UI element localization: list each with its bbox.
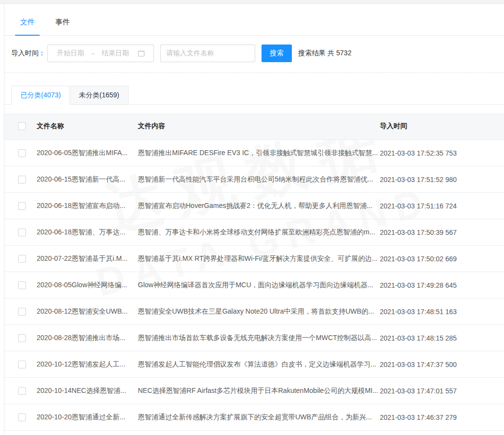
file-name-cell: 2020-06-15恩智浦新一代高... [37,175,138,184]
file-name-cell: 2020-06-18恩智浦、万事达... [37,228,138,237]
file-name-cell: 2020-08-05Glow神经网络编... [37,281,138,290]
file-name-cell: 2020-10-20恩智浦通过全新... [37,413,138,422]
main-tabbar: 文件 事件 [4,4,504,36]
date-end-placeholder: 结束日期 [102,49,129,58]
import-time-cell: 2021-03-03 17:52:35 753 [380,149,504,157]
file-name-placeholder: 请输入文件名称 [166,49,214,58]
row-checkbox[interactable] [18,229,26,236]
table-row[interactable]: 2020-08-28恩智浦推出市场... 恩智浦推出市场首款车载多设备无线充电解… [4,325,504,351]
row-checkbox[interactable] [18,361,26,368]
file-name-input[interactable]: 请输入文件名称 [160,45,255,62]
row-checkbox[interactable] [18,413,26,421]
table-row[interactable]: 2020-08-12恩智浦安全UWB... 恩智浦安全UWB技术在三星Galax… [4,298,504,325]
import-time-cell: 2021-03-03 17:46:37 279 [380,413,504,421]
import-time-cell: 2021-03-03 17:48:51 163 [380,308,504,316]
table-row[interactable]: 2020-06-18恩智浦宣布启动... 恩智浦宣布启动HoverGames挑战… [4,193,504,219]
import-time-cell: 2021-03-03 17:47:01 557 [380,387,504,395]
file-content-cell: 恩智浦宣布启动HoverGames挑战赛2：优化无人机，帮助更多人利用恩智浦..… [138,202,380,210]
file-content-cell: 恩智浦、万事达卡和小米将全球移动支付网络扩展至欧洲精彩亮点恩智浦的m... [138,228,380,237]
file-content-cell: 恩智浦推出MIFARE DESFire EV3 IC，引领非接触式智慧城引领非接… [138,149,380,158]
table-row[interactable]: 2020-10-20恩智浦通过全新... 恩智浦通过全新传感解决方案扩展旗下的安… [4,404,504,431]
tab-classified[interactable]: 已分类(4073) [11,86,70,105]
tab-unclassified[interactable]: 未分类(1659) [70,86,128,105]
dashed-divider [4,72,504,73]
file-name-cell: 2020-06-18恩智浦宣布启动... [37,202,138,210]
file-content-cell: Glow神经网络编译器首次应用于MCU，面向边缘端机器学习面向边缘端机器... [138,281,380,290]
row-checkbox[interactable] [18,176,26,183]
import-time-cell: 2021-03-03 17:49:28 645 [380,281,504,289]
row-checkbox[interactable] [18,334,26,342]
import-time-label: 导入时间： [11,49,45,58]
row-checkbox[interactable] [18,255,26,263]
row-checkbox[interactable] [18,387,26,395]
header-file-name: 文件名称 [37,122,138,131]
table-row[interactable]: 2020-10-14NEC选择恩智浦... NEC选择恩智浦RF Airfast… [4,378,504,404]
file-content-cell: 恩智浦基于其i.MX RT跨界处理器和Wi-Fi/蓝牙解决方案提供安全、可扩展的… [138,254,380,263]
file-content-cell: 恩智浦新一代高性能汽车平台采用台积电公司5纳米制程此次合作将恩智浦优... [138,175,380,184]
row-checkbox[interactable] [18,149,26,157]
table-header: 文件名称 文件内容 导入时间 [4,113,504,140]
file-name-cell: 2020-07-22恩智浦基于其i.M... [37,254,138,263]
tab-events[interactable]: 事件 [50,18,75,36]
row-checkbox[interactable] [18,308,26,316]
date-start-placeholder: 开始日期 [57,49,84,58]
file-content-cell: NEC选择恩智浦RF Airfast多芯片模块用于日本RakutenMobile… [138,387,380,395]
table-row[interactable]: 2020-08-05Glow神经网络编... Glow神经网络编译器首次应用于M… [4,272,504,298]
table-row[interactable]: 2020-07-22恩智浦基于其i.M... 恩智浦基于其i.MX RT跨界处理… [4,246,504,272]
import-time-cell: 2021-03-03 17:50:39 567 [380,229,504,236]
import-time-cell: 2021-03-03 17:51:16 724 [380,202,504,210]
table-body: 2020-06-05恩智浦推出MIFA... 恩智浦推出MIFARE DESFi… [4,140,504,431]
table-row[interactable]: 2020-06-18恩智浦、万事达... 恩智浦、万事达卡和小米将全球移动支付网… [4,219,504,246]
import-time-cell: 2021-03-03 17:51:52 980 [380,176,504,183]
file-content-cell: 恩智浦安全UWB技术在三星Galaxy Note20 Ultra中采用，将首款支… [138,307,380,316]
filter-row: 导入时间： 开始日期 ~ 结束日期 请输入文件名称 搜索 搜索结果 共 5732 [11,45,504,62]
file-name-cell: 2020-10-12恩智浦发起人工... [37,360,138,369]
tab-files[interactable]: 文件 [15,18,40,36]
date-separator: ~ [91,50,95,57]
search-result-count: 搜索结果 共 5732 [298,49,351,58]
file-name-cell: 2020-08-28恩智浦推出市场... [37,334,138,343]
calendar-icon [138,50,145,57]
file-content-cell: 恩智浦发起人工智能伦理倡议发布《算法道德》白皮书，定义边缘端机器学习... [138,360,380,369]
page-top-strip [0,0,504,4]
file-name-cell: 2020-06-05恩智浦推出MIFA... [37,149,138,158]
import-time-cell: 2021-03-03 17:47:37 500 [380,361,504,368]
file-table: 文件名称 文件内容 导入时间 2020-06-05恩智浦推出MIFA... 恩智… [4,113,504,431]
main-panel: 达观数据 DATA GRAND 文件 事件 导入时间： 开始日期 ~ 结束日期 [4,4,504,435]
table-row[interactable]: 2020-10-12恩智浦发起人工... 恩智浦发起人工智能伦理倡议发布《算法道… [4,351,504,378]
file-name-cell: 2020-10-14NEC选择恩智浦... [37,387,138,395]
search-button[interactable]: 搜索 [262,45,292,62]
import-time-cell: 2021-03-03 17:50:02 669 [380,255,504,263]
category-tabbar: 已分类(4073) 未分类(1659) [11,86,504,105]
header-file-content: 文件内容 [138,122,380,131]
table-row[interactable]: 2020-06-15恩智浦新一代高... 恩智浦新一代高性能汽车平台采用台积电公… [4,166,504,193]
file-name-cell: 2020-08-12恩智浦安全UWB... [37,307,138,316]
file-content-cell: 恩智浦推出市场首款车载多设备无线充电解决方案使用一个MWCT控制器以高... [138,334,380,343]
table-row[interactable]: 2020-06-05恩智浦推出MIFA... 恩智浦推出MIFARE DESFi… [4,140,504,166]
date-range-picker[interactable]: 开始日期 ~ 结束日期 [47,45,154,62]
header-import-time: 导入时间 [380,122,504,131]
row-checkbox[interactable] [18,202,26,210]
import-time-cell: 2021-03-03 17:48:15 285 [380,334,504,342]
select-all-checkbox[interactable] [18,122,26,130]
row-checkbox[interactable] [18,281,26,289]
file-content-cell: 恩智浦通过全新传感解决方案扩展旗下的安全超宽带UWB产品组合，为新兴... [138,413,380,422]
